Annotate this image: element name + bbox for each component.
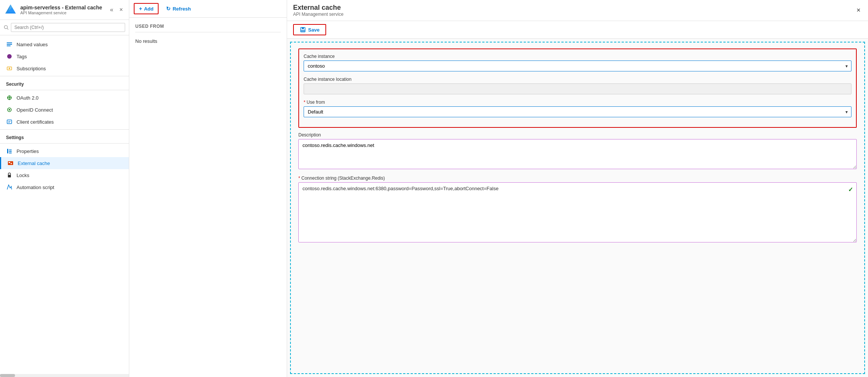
sidebar-item-locks[interactable]: Locks — [0, 169, 129, 181]
svg-rect-14 — [7, 120, 12, 124]
left-header-text: apim-serverless - External cache API Man… — [20, 5, 105, 15]
middle-toolbar: + Add ↻ Refresh — [129, 0, 287, 18]
sidebar-item-oauth[interactable]: OAuth 2.0 — [0, 92, 129, 104]
svg-rect-22 — [9, 162, 10, 163]
sidebar-item-subscriptions[interactable]: Subscriptions — [0, 62, 129, 74]
use-from-select[interactable]: Default — [304, 106, 851, 117]
client-cert-icon — [6, 118, 13, 125]
add-button[interactable]: + Add — [134, 3, 159, 14]
divider-1 — [0, 76, 129, 76]
svg-rect-26 — [302, 27, 304, 29]
search-input[interactable] — [11, 23, 125, 32]
openid-label: OpenID Connect — [17, 107, 53, 113]
sidebar-item-automation[interactable]: Automation script — [0, 181, 129, 193]
external-cache-icon — [7, 160, 14, 167]
no-results-text: No results — [135, 37, 281, 45]
external-cache-label: External cache — [18, 160, 50, 166]
svg-rect-6 — [7, 44, 12, 45]
refresh-label: Refresh — [172, 6, 191, 12]
right-toolbar: Save — [287, 21, 868, 39]
add-label: Add — [144, 6, 153, 12]
description-field: Description contoso.redis.cache.windows.… — [298, 132, 857, 170]
divider-2 — [0, 90, 129, 90]
svg-rect-7 — [7, 45, 11, 46]
left-panel-title: apim-serverless - External cache — [20, 5, 105, 11]
divider-4 — [0, 143, 129, 144]
subscriptions-icon — [6, 65, 13, 72]
used-from-column-header: USED FROM — [135, 24, 281, 32]
refresh-button[interactable]: ↻ Refresh — [162, 4, 195, 14]
connection-string-wrapper: contoso.redis.cache.windows.net:6380,pas… — [298, 182, 857, 244]
svg-rect-17 — [7, 149, 8, 153]
left-panel-subtitle: API Management service — [20, 11, 105, 15]
right-form-content: Cache instance contoso ▾ Cache instance … — [290, 42, 865, 374]
subscriptions-label: Subscriptions — [17, 66, 46, 71]
svg-rect-18 — [9, 150, 12, 150]
locks-icon — [6, 172, 13, 179]
svg-point-8 — [7, 54, 12, 59]
svg-point-13 — [9, 109, 10, 111]
named-values-icon — [6, 41, 13, 48]
properties-icon — [6, 148, 13, 154]
divider-3 — [0, 129, 129, 130]
nav-list: Named values Tags Subscriptions Security — [0, 35, 129, 374]
svg-point-23 — [11, 163, 12, 164]
close-left-panel-button[interactable]: × — [118, 6, 124, 14]
oauth-label: OAuth 2.0 — [17, 95, 39, 101]
save-label: Save — [308, 27, 319, 33]
automation-icon — [6, 184, 13, 191]
search-icon — [4, 25, 9, 30]
client-cert-label: Client certificates — [17, 119, 54, 125]
description-label: Description — [298, 132, 857, 138]
cache-instance-location-field: Cache instance location — [304, 77, 851, 94]
right-panel-subtitle: API Management service — [293, 12, 855, 17]
right-panel: External cache API Management service × … — [287, 0, 868, 377]
svg-line-4 — [7, 28, 8, 29]
use-from-label: Use from — [304, 100, 851, 105]
cache-instance-field: Cache instance contoso ▾ — [304, 54, 851, 71]
description-textarea[interactable]: contoso.redis.cache.windows.net — [298, 139, 857, 169]
scroll-indicator — [0, 374, 129, 377]
locks-label: Locks — [17, 173, 29, 178]
middle-content: USED FROM No results — [129, 18, 287, 377]
right-panel-title: External cache — [293, 4, 855, 12]
automation-label: Automation script — [17, 185, 54, 190]
svg-rect-24 — [8, 175, 11, 177]
sidebar-item-openid[interactable]: OpenID Connect — [0, 104, 129, 116]
properties-label: Properties — [17, 148, 39, 154]
use-from-field: Use from Default ▾ — [304, 100, 851, 117]
connection-string-label: Connection string (StackExchange.Redis) — [298, 176, 857, 181]
right-header: External cache API Management service × — [287, 0, 868, 21]
connection-string-textarea[interactable]: contoso.redis.cache.windows.net:6380,pas… — [298, 182, 857, 242]
svg-rect-21 — [8, 161, 13, 165]
azure-logo-icon — [5, 4, 17, 16]
cache-instance-select[interactable]: contoso — [304, 61, 851, 71]
svg-rect-19 — [9, 151, 12, 152]
oauth-icon — [6, 94, 13, 101]
settings-section-label: Settings — [0, 131, 129, 142]
svg-rect-20 — [9, 153, 12, 153]
sidebar-item-properties[interactable]: Properties — [0, 145, 129, 157]
sidebar-item-tags[interactable]: Tags — [0, 50, 129, 62]
left-header: apim-serverless - External cache API Man… — [0, 0, 129, 20]
sidebar-item-external-cache[interactable]: External cache — [0, 157, 129, 169]
named-values-label: Named values — [17, 42, 48, 47]
connection-string-valid-icon: ✓ — [848, 186, 853, 193]
collapse-panel-button[interactable]: « — [109, 6, 115, 14]
left-panel: apim-serverless - External cache API Man… — [0, 0, 129, 377]
sidebar-item-named-values[interactable]: Named values — [0, 38, 129, 50]
svg-point-3 — [4, 26, 7, 29]
svg-rect-27 — [301, 30, 305, 32]
refresh-icon: ↻ — [166, 6, 171, 12]
middle-panel: + Add ↻ Refresh USED FROM No results — [129, 0, 287, 377]
sidebar-item-client-cert[interactable]: Client certificates — [0, 116, 129, 128]
search-bar — [0, 20, 129, 35]
svg-point-10 — [9, 68, 10, 69]
close-right-panel-button[interactable]: × — [855, 6, 862, 15]
tags-icon — [6, 53, 13, 60]
use-from-select-wrapper: Default ▾ — [304, 106, 851, 117]
scroll-thumb[interactable] — [0, 374, 15, 377]
save-button[interactable]: Save — [293, 24, 326, 35]
security-section-label: Security — [0, 78, 129, 88]
left-header-controls: « × — [109, 6, 124, 14]
